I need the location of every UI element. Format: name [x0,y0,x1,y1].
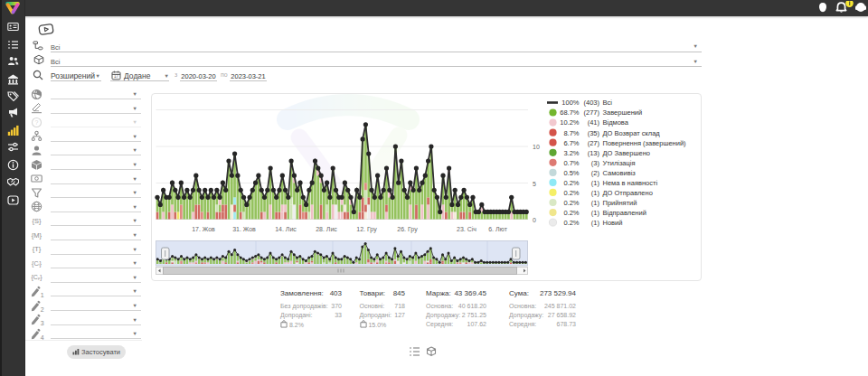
svg-text:4: 4 [41,334,44,339]
svg-text:23. Січ: 23. Січ [457,226,476,232]
svg-text:ДО Завершено: ДО Завершено [603,149,650,157]
svg-text:31. Жов: 31. Жов [232,226,256,232]
svg-text:2: 2 [41,306,44,311]
svg-text:0.5%: 0.5% [563,169,579,177]
svg-text:{Ct}: {Ct} [32,260,42,268]
svg-text:Утилізація: Утилізація [603,159,636,167]
svg-text:(1): (1) [591,179,600,187]
svg-text:100%: 100% [561,99,580,107]
svg-text:Новий: Новий [603,219,623,227]
svg-text:0.2%: 0.2% [563,179,579,187]
svg-text:Повернення (завершений): Повернення (завершений) [603,139,687,147]
svg-text:0.2%: 0.2% [563,209,579,217]
svg-text:17: 17 [113,74,118,79]
svg-text:(41): (41) [588,118,600,127]
svg-text:ДО Отправлено: ДО Отправлено [603,189,653,197]
svg-text:28. Лис: 28. Лис [316,226,337,232]
svg-text:10.2%: 10.2% [560,118,580,127]
svg-text:Завершений: Завершений [603,108,643,117]
svg-text:(2): (2) [591,169,600,177]
svg-text:17. Жов: 17. Жов [192,226,215,232]
svg-text:Прийнятий: Прийнятий [603,199,637,207]
svg-text:{Cp}: {Cp} [32,274,42,281]
svg-text:0.7%: 0.7% [563,159,579,167]
svg-text:(35): (35) [588,129,600,137]
svg-text:Нема в наявності: Нема в наявності [603,179,658,187]
svg-text:(3): (3) [591,159,600,167]
svg-text:14. Лис: 14. Лис [275,226,297,232]
svg-text:Відмова: Відмова [603,118,629,127]
svg-text:?: ? [35,119,39,126]
svg-text:Відправлений: Відправлений [603,209,646,217]
svg-text:12. Гру: 12. Гру [356,226,377,233]
svg-text:6. Лют: 6. Лют [488,226,507,232]
svg-text:0.2%: 0.2% [563,199,579,207]
svg-text:3: 3 [41,320,44,325]
svg-text:10: 10 [533,144,540,150]
svg-text:(13): (13) [588,149,600,157]
svg-text:Самовивіз: Самовивіз [603,169,637,177]
svg-text:{S}: {S} [32,217,42,225]
svg-text:{M}: {M} [32,231,42,240]
svg-text:0.2%: 0.2% [563,189,579,197]
svg-text:(1): (1) [591,209,600,217]
svg-text:(27): (27) [588,139,600,147]
svg-text:{T}: {T} [33,245,42,253]
svg-text:3.2%: 3.2% [563,149,579,157]
svg-text:(1): (1) [591,189,600,197]
svg-text:ДО Возврат склад: ДО Возврат склад [603,129,661,137]
svg-text:5: 5 [533,181,536,187]
svg-text:68.7%: 68.7% [560,108,580,117]
svg-text:0: 0 [533,217,536,223]
svg-text:6.7%: 6.7% [563,139,579,147]
svg-text:8.7%: 8.7% [563,129,579,137]
svg-text:(277): (277) [583,108,599,117]
svg-text:(1): (1) [591,219,600,227]
svg-text:26. Гру: 26. Гру [397,226,418,233]
svg-text:1: 1 [41,291,44,296]
svg-text:0.2%: 0.2% [563,219,579,227]
svg-text:Всі: Всі [603,99,613,107]
svg-text:(1): (1) [591,199,600,207]
svg-text:(403): (403) [583,99,599,107]
